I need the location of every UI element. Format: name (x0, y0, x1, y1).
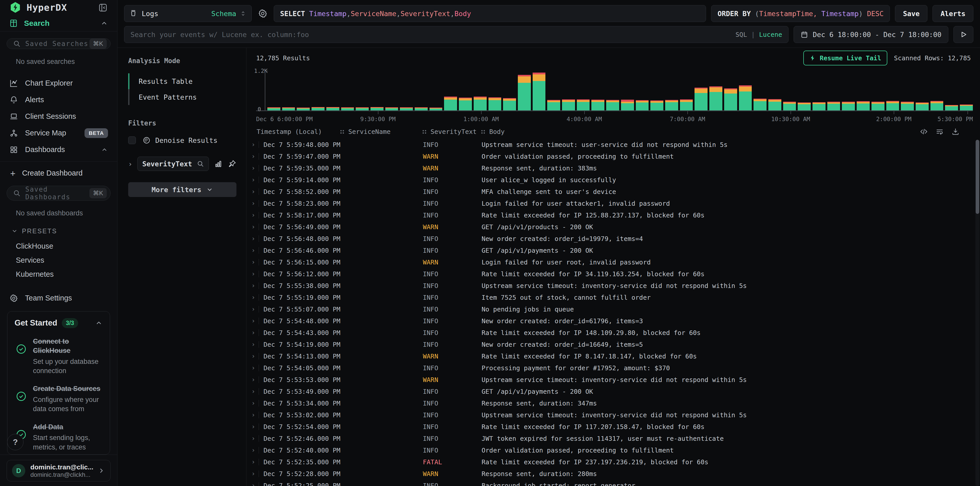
histogram-bar[interactable] (606, 100, 619, 110)
sidebar-item-client-sessions[interactable]: Client Sessions (0, 108, 117, 125)
histogram-bar[interactable] (739, 85, 752, 110)
tab-results-table[interactable]: Results Table (128, 73, 237, 89)
histogram-bar[interactable] (827, 102, 840, 110)
histogram-bar[interactable] (710, 86, 722, 110)
event-search-input[interactable]: Search your events w/ Lucene ex. column:… (124, 26, 789, 43)
create-dashboard-button[interactable]: + Create Dashboard (0, 168, 117, 178)
table-row[interactable]: ›Dec 7 5:53:34.000 PMINFOResponse sent, … (250, 397, 980, 409)
histogram-bar[interactable] (931, 101, 943, 110)
histogram-bar[interactable] (488, 97, 501, 110)
histogram-bar[interactable] (651, 100, 663, 110)
table-row[interactable]: ›Dec 7 5:58:52.000 PMINFOMFA challenge s… (250, 186, 980, 198)
histogram-bar[interactable] (754, 99, 767, 110)
user-menu[interactable]: D dominic.tran@clic... dominic.tran@clic… (6, 460, 111, 481)
table-row[interactable]: ›Dec 7 5:59:14.000 PMINFOUser alice_w lo… (250, 174, 980, 186)
histogram-bar[interactable] (518, 75, 531, 110)
histogram-bar[interactable] (591, 100, 605, 110)
wrap-lines-icon[interactable] (935, 127, 944, 136)
table-row[interactable]: ›Dec 7 5:54:48.000 PMINFONew order creat… (250, 315, 980, 327)
histogram-bar[interactable] (533, 73, 546, 110)
sidebar-item-team-settings[interactable]: Team Settings (0, 293, 117, 304)
table-row[interactable]: ›Dec 7 5:53:53.000 PMWARNUpstream servic… (250, 374, 980, 386)
get-started-header[interactable]: Get Started 3/3 (14, 318, 103, 328)
histogram-bar[interactable] (562, 99, 575, 110)
table-row[interactable]: ›Dec 7 5:58:17.000 PMINFORate limit exce… (250, 209, 980, 221)
drag-handle-icon[interactable] (423, 130, 424, 131)
sidebar-section-search[interactable]: Search (0, 15, 117, 31)
table-row[interactable]: ›Dec 7 5:55:19.000 PMINFOItem 7525 out o… (250, 292, 980, 303)
histogram-bar[interactable] (886, 101, 899, 110)
table-row[interactable]: ›Dec 7 5:55:07.000 PMINFONo pending jobs… (250, 303, 980, 315)
chevron-up-icon[interactable] (95, 319, 103, 327)
sidebar-item-chart-explorer[interactable]: Chart Explorer (0, 75, 117, 91)
tab-event-patterns[interactable]: Event Patterns (128, 89, 237, 105)
lang-sql-option[interactable]: SQL (736, 31, 747, 38)
column-header-servicename[interactable]: ServiceName (340, 128, 423, 135)
column-header-body[interactable]: Body (481, 128, 920, 135)
histogram-bar[interactable] (872, 102, 885, 110)
histogram-bar[interactable] (430, 108, 442, 110)
facet-chart-icon[interactable] (214, 159, 223, 168)
save-button[interactable]: Save (895, 5, 928, 22)
histogram-bar[interactable] (813, 102, 826, 110)
preset-kubernetes[interactable]: Kubernetes (16, 270, 117, 279)
table-row[interactable]: ›Dec 7 5:56:15.000 PMWARNLogin failed fo… (250, 256, 980, 268)
run-query-button[interactable] (953, 26, 974, 43)
table-row[interactable]: ›Dec 7 5:59:48.000 PMINFOUpstream servic… (250, 139, 980, 150)
resume-live-tail-button[interactable]: Resume Live Tail (803, 51, 887, 65)
table-row[interactable]: ›Dec 7 5:52:25.000 PMINFOBackground job … (250, 480, 980, 486)
histogram-bar[interactable] (444, 97, 457, 110)
histogram-bar[interactable] (695, 88, 708, 110)
histogram-bar[interactable] (297, 108, 310, 110)
histogram-bar[interactable] (798, 102, 811, 110)
scrollbar-thumb[interactable] (976, 140, 979, 214)
column-header-severitytext[interactable]: SeverityText (423, 128, 481, 135)
histogram-bar[interactable] (724, 88, 737, 110)
table-row[interactable]: ›Dec 7 5:53:49.000 PMINFOGET /api/v1/pay… (250, 386, 980, 397)
denoise-results-toggle[interactable]: Denoise Results (128, 136, 237, 144)
sidebar-item-service-map[interactable]: Service Map BETA (0, 125, 117, 141)
table-row[interactable]: ›Dec 7 5:56:46.000 PMINFOGET /api/v1/pay… (250, 245, 980, 256)
search-icon[interactable] (197, 160, 204, 167)
vertical-scrollbar[interactable] (975, 140, 980, 486)
table-row[interactable]: ›Dec 7 5:53:02.000 PMINFOUpstream servic… (250, 409, 980, 421)
code-view-icon[interactable] (920, 127, 928, 136)
source-settings-gear-icon[interactable] (258, 9, 267, 18)
histogram-bar[interactable] (385, 107, 398, 110)
histogram-bar[interactable] (474, 97, 487, 110)
sidebar-collapse-icon[interactable] (98, 3, 108, 13)
table-row[interactable]: ›Dec 7 5:56:12.000 PMINFORate limit exce… (250, 268, 980, 280)
pin-icon[interactable] (228, 159, 237, 168)
histogram-bar[interactable] (621, 100, 634, 110)
table-row[interactable]: ›Dec 7 5:52:40.000 PMINFOOrder validatio… (250, 445, 980, 456)
saved-dashboards-input[interactable]: Saved Dashboards ⌘K (6, 186, 111, 201)
drag-handle-icon[interactable] (481, 130, 483, 131)
lang-lucene-option[interactable]: Lucene (759, 31, 782, 38)
presets-toggle[interactable]: PRESETS (11, 228, 117, 235)
histogram-bar[interactable] (842, 102, 855, 110)
histogram-bar[interactable] (665, 100, 678, 110)
table-row[interactable]: ›Dec 7 5:54:19.000 PMINFONew order creat… (250, 339, 980, 350)
table-row[interactable]: ›Dec 7 5:56:48.000 PMINFONew order creat… (250, 233, 980, 245)
histogram-bar[interactable] (577, 99, 590, 110)
column-header-timestamp[interactable]: Timestamp (Local) (250, 128, 340, 135)
table-row[interactable]: ›Dec 7 5:58:23.000 PMINFOLogin failed fo… (250, 198, 980, 209)
get-started-item-datasources[interactable]: Create Data Sources Configure where your… (14, 384, 103, 413)
histogram-bar[interactable] (371, 107, 383, 110)
histogram-bar[interactable] (945, 105, 958, 110)
table-row[interactable]: ›Dec 7 5:54:43.000 PMINFORate limit exce… (250, 327, 980, 339)
get-started-item-adddata[interactable]: Add Data Start sending logs, metrics, or… (14, 422, 103, 452)
alerts-button[interactable]: Alerts (932, 5, 974, 22)
histogram-bar[interactable] (267, 107, 280, 110)
chevron-up-icon[interactable] (100, 19, 108, 27)
histogram-bar[interactable] (341, 107, 354, 110)
histogram-bar[interactable] (857, 101, 870, 110)
sidebar-item-dashboards[interactable]: Dashboards (0, 141, 117, 158)
histogram-bar[interactable] (768, 99, 781, 110)
more-filters-button[interactable]: More filters (128, 182, 237, 197)
chevron-right-icon[interactable]: › (128, 160, 132, 168)
denoise-checkbox[interactable] (128, 137, 136, 144)
histogram-bar[interactable] (326, 107, 339, 110)
histogram-bar[interactable] (400, 107, 413, 110)
histogram-bar[interactable] (503, 98, 516, 110)
